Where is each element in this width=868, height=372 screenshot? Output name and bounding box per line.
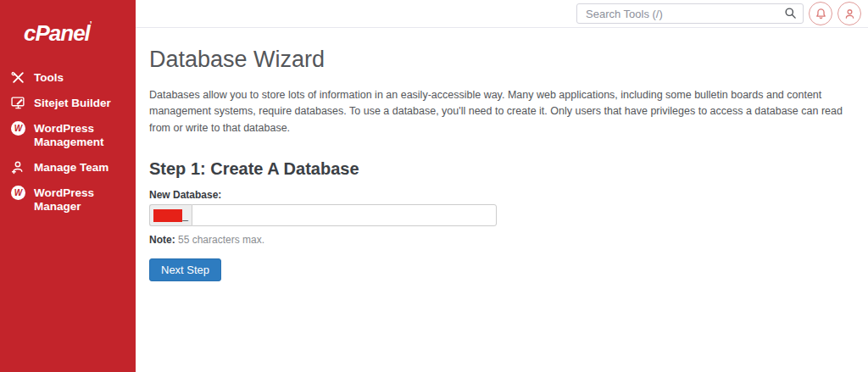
wordpress-icon: W xyxy=(11,121,25,136)
tools-icon xyxy=(11,70,25,85)
new-database-input[interactable] xyxy=(192,204,497,226)
topbar xyxy=(136,0,868,28)
manage-team-icon xyxy=(11,160,25,175)
trademark-mark: ’ xyxy=(90,20,92,30)
prefix-underscore: _ xyxy=(182,209,188,221)
wordpress-icon: W xyxy=(11,186,25,200)
sidebar-item-wordpress-manager[interactable]: W WordPress Manager xyxy=(0,180,136,219)
step1-heading: Step 1: Create A Database xyxy=(149,159,860,179)
note-text: Note: 55 characters max. xyxy=(149,234,860,246)
note-label: Note: xyxy=(149,234,175,246)
page-description: Databases allow you to store lots of inf… xyxy=(149,87,860,136)
sidebar-nav: Tools Sitejet Builder W WordPress Manage… xyxy=(0,65,136,219)
sidebar-item-label: WordPress Manager xyxy=(34,186,127,214)
sidebar-item-label: Sitejet Builder xyxy=(34,97,111,110)
search-icon xyxy=(784,7,797,23)
search-field-wrap xyxy=(576,3,804,24)
account-user-icon[interactable] xyxy=(837,2,861,25)
sidebar-item-sitejet-builder[interactable]: Sitejet Builder xyxy=(0,91,136,116)
new-database-label: New Database: xyxy=(149,189,860,201)
database-prefix-addon: _ xyxy=(149,204,192,226)
sidebar-item-label: Manage Team xyxy=(34,161,108,175)
sidebar-item-tools[interactable]: Tools xyxy=(0,65,136,91)
sidebar-item-label: WordPress Management xyxy=(34,122,127,149)
cpanel-logo[interactable]: cPanel’ xyxy=(0,0,136,47)
sitejet-builder-icon xyxy=(11,96,25,110)
new-database-input-group: _ xyxy=(149,204,497,226)
sidebar: cPanel’ Tools Sitejet Builder W xyxy=(0,0,136,372)
next-step-button[interactable]: Next Step xyxy=(149,258,221,281)
page-title: Database Wizard xyxy=(149,47,860,73)
sidebar-item-label: Tools xyxy=(34,71,64,85)
sidebar-item-wordpress-management[interactable]: W WordPress Management xyxy=(0,116,136,155)
redacted-db-prefix xyxy=(153,209,182,222)
sidebar-item-manage-team[interactable]: Manage Team xyxy=(0,155,136,180)
search-input[interactable] xyxy=(576,3,804,24)
main-content: Database Wizard Databases allow you to s… xyxy=(136,28,868,372)
notifications-bell-icon[interactable] xyxy=(809,2,832,25)
